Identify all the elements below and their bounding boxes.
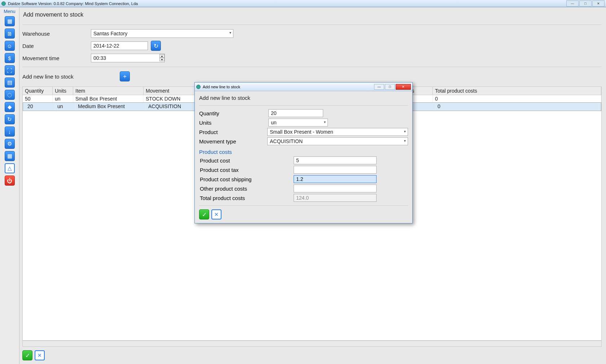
warehouse-select[interactable] bbox=[91, 29, 233, 38]
tax-label: Product cost tax bbox=[199, 167, 294, 173]
plus-icon: ＋ bbox=[122, 73, 128, 80]
time-spin-up[interactable]: ▲ bbox=[159, 54, 164, 58]
sidebar-settings-icon[interactable]: ⚙ bbox=[5, 139, 15, 149]
close-icon: ✕ bbox=[214, 212, 219, 217]
cost-label: Product cost bbox=[199, 157, 294, 164]
ship-label: Product cost shipping bbox=[199, 176, 294, 182]
menu-label: Menu bbox=[4, 9, 16, 14]
dialog-heading: Add new line to stock bbox=[199, 95, 408, 101]
time-field[interactable] bbox=[91, 54, 165, 62]
dialog-close-button[interactable]: ✕ bbox=[396, 84, 411, 90]
col-units[interactable]: Units bbox=[53, 87, 73, 95]
dialog-titlebar[interactable]: Add new line to stock — □ ✕ bbox=[195, 83, 412, 91]
sidebar-refresh-icon[interactable]: ↻ bbox=[5, 114, 15, 124]
refresh-icon: ↻ bbox=[154, 43, 158, 49]
sidebar-warning-icon[interactable]: △ bbox=[5, 163, 15, 173]
quantity-field[interactable] bbox=[268, 109, 323, 117]
movetype-select[interactable] bbox=[267, 137, 408, 145]
main-panel: Add movement to stock Warehouse Date ↻ M… bbox=[19, 7, 606, 364]
total-field bbox=[294, 194, 377, 202]
quantity-label: Quantity bbox=[199, 110, 268, 116]
check-icon: ✓ bbox=[202, 211, 207, 218]
units-select[interactable] bbox=[268, 119, 328, 126]
product-select[interactable] bbox=[267, 128, 408, 136]
sidebar-calendar-icon[interactable]: ▦ bbox=[5, 16, 15, 26]
dialog-app-icon bbox=[196, 85, 201, 89]
costs-section-title: Product costs bbox=[199, 149, 408, 155]
close-icon: ✕ bbox=[38, 352, 42, 358]
col-movement[interactable]: Movement bbox=[144, 87, 198, 95]
horizontal-scrollbar[interactable] bbox=[22, 341, 602, 347]
window-close-button[interactable]: ✕ bbox=[592, 0, 605, 6]
ship-field[interactable] bbox=[294, 175, 377, 183]
window-minimize-button[interactable]: — bbox=[566, 0, 579, 6]
cost-field[interactable] bbox=[294, 156, 377, 164]
dialog-ok-button[interactable]: ✓ bbox=[199, 209, 209, 219]
time-label: Movement time bbox=[22, 55, 91, 61]
add-line-button[interactable]: ＋ bbox=[120, 71, 130, 81]
units-label: Units bbox=[199, 120, 268, 126]
other-field[interactable] bbox=[294, 185, 377, 192]
dialog-maximize-button[interactable]: □ bbox=[385, 84, 395, 90]
date-field[interactable] bbox=[91, 41, 148, 50]
window-title: Daidze Software Version: 0.0.82 Company:… bbox=[8, 1, 138, 6]
check-icon: ✓ bbox=[25, 352, 30, 359]
add-line-dialog: Add new line to stock — □ ✕ Add new line… bbox=[194, 82, 413, 223]
app-icon bbox=[1, 1, 6, 6]
dialog-title: Add new line to stock bbox=[203, 85, 240, 89]
time-spin-down[interactable]: ▼ bbox=[159, 58, 164, 61]
dialog-cancel-button[interactable]: ✕ bbox=[211, 209, 221, 219]
sidebar-power-icon[interactable]: ⏻ bbox=[5, 176, 15, 186]
warehouse-label: Warehouse bbox=[22, 31, 91, 37]
sidebar-calc-icon[interactable]: ▦ bbox=[5, 151, 15, 161]
sidebar-document-icon[interactable]: 🗎 bbox=[5, 28, 15, 39]
col-item[interactable]: Item bbox=[73, 87, 144, 95]
movetype-label: Movement type bbox=[199, 138, 267, 145]
sidebar-down-icon[interactable]: ↓ bbox=[5, 126, 15, 137]
date-refresh-button[interactable]: ↻ bbox=[151, 41, 161, 51]
sidebar: Menu ▦ 🗎 ☺ $ ⛶ ▤ ◌ ◆ ↻ ↓ ⚙ ▦ △ ⏻ bbox=[0, 7, 19, 364]
cancel-button[interactable]: ✕ bbox=[35, 350, 45, 360]
sidebar-money-icon[interactable]: $ bbox=[5, 53, 15, 63]
dialog-minimize-button[interactable]: — bbox=[374, 84, 384, 90]
window-titlebar: Daidze Software Version: 0.0.82 Company:… bbox=[0, 0, 606, 7]
save-button[interactable]: ✓ bbox=[22, 350, 32, 360]
col-total[interactable]: Total product costs bbox=[433, 87, 601, 95]
sidebar-tag-icon[interactable]: ◆ bbox=[5, 102, 15, 112]
other-label: Other product costs bbox=[199, 186, 294, 192]
sidebar-world-icon[interactable]: ◌ bbox=[5, 90, 15, 100]
col-quantity[interactable]: Quantity bbox=[23, 87, 53, 95]
page-title: Add movement to stock bbox=[23, 12, 602, 18]
sidebar-box-icon[interactable]: ⛶ bbox=[5, 65, 15, 75]
sidebar-contacts-icon[interactable]: ▤ bbox=[5, 77, 15, 88]
sidebar-user-icon[interactable]: ☺ bbox=[5, 41, 15, 51]
product-label: Product bbox=[199, 129, 267, 135]
date-label: Date bbox=[22, 43, 91, 49]
add-line-label: Add new line to stock bbox=[22, 74, 120, 80]
tax-field[interactable] bbox=[294, 166, 377, 174]
total-label: Total product costs bbox=[199, 195, 294, 201]
window-maximize-button[interactable]: □ bbox=[579, 0, 592, 6]
